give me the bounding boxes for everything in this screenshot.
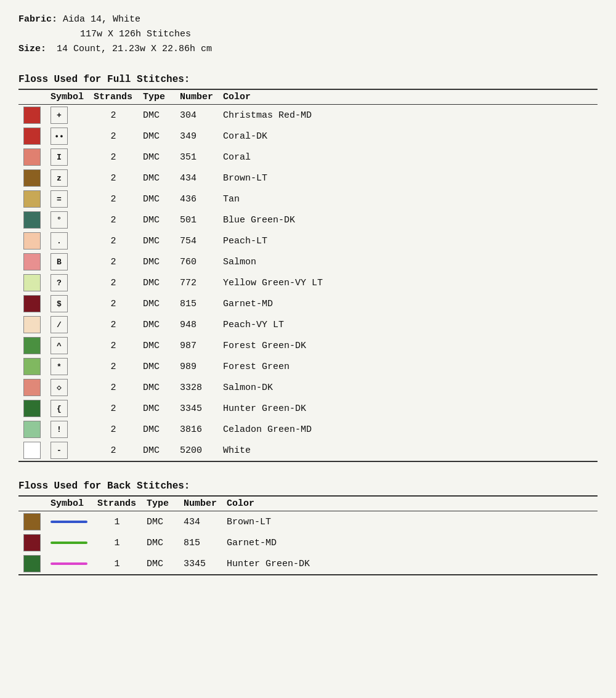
symbol-box: { <box>51 400 68 417</box>
color-name-cell-back: Brown-LT <box>222 511 598 533</box>
type-cell: DMC <box>138 356 175 377</box>
full-stitches-title: Floss Used for Full Stitches: <box>18 74 598 85</box>
color-name-cell: Brown-LT <box>218 168 598 189</box>
color-swatch <box>23 169 41 187</box>
full-stitches-header-row: Symbol Strands Type Number Color <box>18 89 598 105</box>
strands-cell: 2 <box>89 147 138 168</box>
symbol-cell-back <box>46 511 92 533</box>
color-swatch-back <box>23 534 41 551</box>
swatch-cell <box>18 168 46 189</box>
type-cell: DMC <box>138 314 175 335</box>
number-cell: 501 <box>175 209 218 230</box>
symbol-cell-back <box>46 553 92 575</box>
type-cell: DMC <box>138 398 175 419</box>
color-swatch <box>23 400 41 417</box>
type-cell: DMC <box>138 377 175 398</box>
strands-cell: 2 <box>89 105 138 126</box>
strands-cell: 2 <box>89 230 138 251</box>
color-swatch <box>23 148 41 166</box>
line-indicator <box>51 562 87 565</box>
symbol-cell-back <box>46 532 92 553</box>
swatch-cell <box>18 356 46 377</box>
type-cell: DMC <box>138 168 175 189</box>
type-cell: DMC <box>138 230 175 251</box>
swatch-cell-back <box>18 511 46 533</box>
color-swatch <box>23 316 41 333</box>
symbol-cell: B <box>46 251 89 272</box>
size-label: Size: <box>18 44 46 54</box>
color-name-cell: Coral <box>218 147 598 168</box>
col-swatch <box>18 89 46 105</box>
number-cell: 989 <box>175 356 218 377</box>
full-stitch-row: . 2 DMC 754 Peach-LT <box>18 230 598 251</box>
number-cell-back: 3345 <box>179 553 222 575</box>
color-swatch <box>23 232 41 250</box>
number-cell: 3816 <box>175 419 218 440</box>
type-cell: DMC <box>138 209 175 230</box>
line-indicator <box>51 542 87 544</box>
number-cell-back: 434 <box>179 511 222 533</box>
symbol-cell: ^ <box>46 335 89 356</box>
col-swatch-back <box>18 496 46 511</box>
type-cell: DMC <box>138 293 175 314</box>
symbol-box: * <box>51 358 68 375</box>
color-name-cell: Salmon <box>218 251 598 272</box>
symbol-cell: I <box>46 147 89 168</box>
swatch-cell <box>18 230 46 251</box>
strands-cell: 2 <box>89 377 138 398</box>
color-swatch <box>23 358 41 375</box>
type-cell: DMC <box>138 272 175 293</box>
color-name-cell: Yellow Green-VY LT <box>218 272 598 293</box>
swatch-cell <box>18 126 46 147</box>
full-stitch-row: + 2 DMC 304 Christmas Red-MD <box>18 105 598 126</box>
color-swatch-back <box>23 513 41 530</box>
full-stitch-row: { 2 DMC 3345 Hunter Green-DK <box>18 398 598 419</box>
full-stitch-row: z 2 DMC 434 Brown-LT <box>18 168 598 189</box>
color-name-cell: Forest Green <box>218 356 598 377</box>
symbol-cell: - <box>46 440 89 461</box>
color-name-cell: Peach-LT <box>218 230 598 251</box>
color-swatch <box>23 337 41 354</box>
number-cell: 815 <box>175 293 218 314</box>
number-cell: 349 <box>175 126 218 147</box>
color-name-cell: Forest Green-DK <box>218 335 598 356</box>
number-cell: 3328 <box>175 377 218 398</box>
col-strands-back: Strands <box>92 496 142 511</box>
back-stitches-title: Floss Used for Back Stitches: <box>18 481 598 492</box>
color-swatch <box>23 295 41 312</box>
type-cell: DMC <box>138 335 175 356</box>
number-cell: 772 <box>175 272 218 293</box>
full-stitch-row: $ 2 DMC 815 Garnet-MD <box>18 293 598 314</box>
symbol-cell: { <box>46 398 89 419</box>
symbol-cell: . <box>46 230 89 251</box>
strands-cell: 2 <box>89 440 138 461</box>
col-color: Color <box>218 89 598 105</box>
symbol-box: + <box>51 107 68 124</box>
symbol-cell: * <box>46 356 89 377</box>
color-swatch <box>23 274 41 291</box>
type-cell: DMC <box>138 440 175 461</box>
strands-cell: 2 <box>89 356 138 377</box>
strands-cell: 2 <box>89 209 138 230</box>
header-section: Fabric: Aida 14, White 117w X 126h Stitc… <box>18 12 598 57</box>
col-strands: Strands <box>89 89 138 105</box>
full-stitch-row: ! 2 DMC 3816 Celadon Green-MD <box>18 419 598 440</box>
color-name-cell: Salmon-DK <box>218 377 598 398</box>
swatch-cell <box>18 147 46 168</box>
symbol-box: - <box>51 442 68 459</box>
strands-cell: 2 <box>89 314 138 335</box>
size-value: 14 Count, 21.23w X 22.86h cm <box>57 44 212 54</box>
symbol-box: = <box>51 190 68 208</box>
full-stitch-row: •• 2 DMC 349 Coral-DK <box>18 126 598 147</box>
color-swatch-back <box>23 555 41 572</box>
symbol-cell: = <box>46 189 89 209</box>
swatch-cell <box>18 189 46 209</box>
swatch-cell <box>18 440 46 461</box>
symbol-cell: ! <box>46 419 89 440</box>
swatch-cell <box>18 314 46 335</box>
color-swatch <box>23 128 41 145</box>
symbol-box: ^ <box>51 337 68 354</box>
fabric-label: Fabric: <box>18 14 57 25</box>
type-cell: DMC <box>138 251 175 272</box>
type-cell: DMC <box>138 126 175 147</box>
